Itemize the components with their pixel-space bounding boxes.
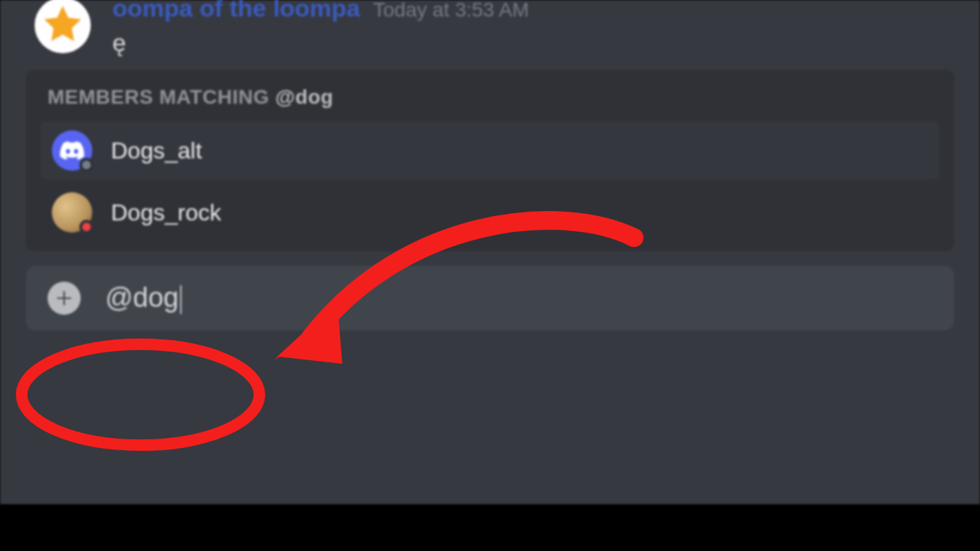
- member-name: Dogs_alt: [111, 138, 202, 164]
- message-composer[interactable]: @dog: [26, 266, 954, 331]
- message-avatar[interactable]: [35, 0, 91, 53]
- status-offline-icon: [79, 158, 94, 172]
- member-name: Dogs_rock: [111, 200, 221, 226]
- autocomplete-member-item[interactable]: Dogs_rock: [40, 184, 940, 241]
- autocomplete-header: MEMBERS MATCHING @dog: [40, 86, 940, 122]
- add-attachment-button[interactable]: [48, 282, 81, 315]
- discord-logo-icon: [60, 141, 84, 160]
- message-body: oompa of the loompa Today at 3:53 AM ę: [91, 0, 529, 57]
- autocomplete-query: @dog: [275, 86, 334, 108]
- discord-chat-frame: oompa of the loompa Today at 3:53 AM ę M…: [0, 0, 980, 504]
- message-input-value: @dog: [105, 282, 179, 313]
- message-timestamp: Today at 3:53 AM: [373, 0, 529, 22]
- message-input[interactable]: @dog: [105, 282, 182, 314]
- chat-message: oompa of the loompa Today at 3:53 AM ę: [0, 0, 980, 57]
- status-dnd-icon: [79, 220, 94, 234]
- text-cursor: [180, 285, 182, 314]
- star-icon: [40, 3, 85, 48]
- message-content: ę: [112, 29, 529, 57]
- autocomplete-member-item[interactable]: Dogs_alt: [40, 122, 940, 179]
- autocomplete-list: Dogs_alt Dogs_rock: [40, 122, 940, 241]
- mention-autocomplete-panel: MEMBERS MATCHING @dog Dogs_alt Dogs_rock: [26, 70, 954, 251]
- message-author[interactable]: oompa of the loompa: [112, 0, 360, 20]
- member-avatar: [52, 130, 92, 171]
- plus-icon: [55, 289, 74, 308]
- autocomplete-header-label: MEMBERS MATCHING: [48, 86, 270, 108]
- member-avatar: [52, 192, 92, 233]
